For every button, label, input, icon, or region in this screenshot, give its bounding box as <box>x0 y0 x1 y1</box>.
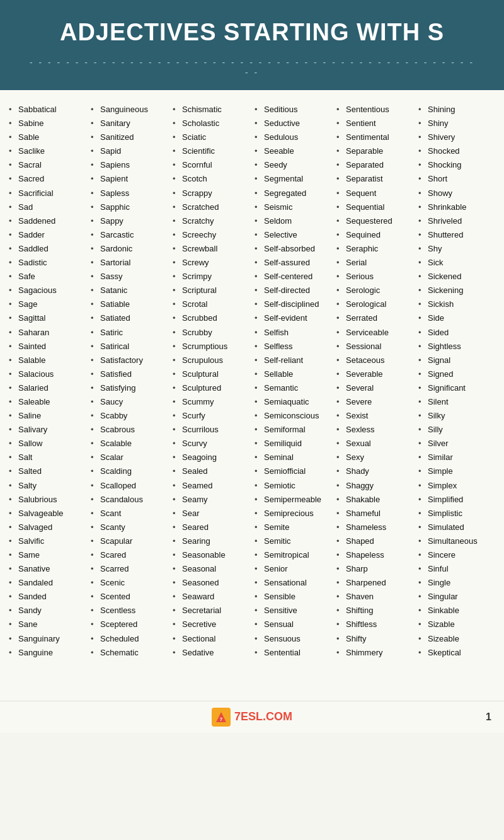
list-item: •Seagoing <box>173 451 249 464</box>
bullet-icon: • <box>9 464 15 478</box>
word-label: Sellable <box>264 367 293 381</box>
word-label: Shuttered <box>428 228 463 242</box>
word-label: Shimmery <box>346 646 383 660</box>
word-label: Scrubby <box>182 326 212 340</box>
list-item: •Seldom <box>255 214 331 228</box>
bullet-icon: • <box>336 618 343 631</box>
bullet-icon: • <box>418 187 425 200</box>
word-label: Serviceable <box>346 326 389 340</box>
word-label: Side <box>428 311 444 325</box>
word-label: Sapphic <box>100 200 130 214</box>
word-label: Satisfied <box>100 367 132 381</box>
bullet-icon: • <box>91 187 97 200</box>
list-item: •Sage <box>9 297 86 311</box>
column-col3: •Schismatic•Scholastic•Sciatic•Scientifi… <box>170 100 252 663</box>
list-item: •Sculptural <box>173 367 249 381</box>
word-label: Scant <box>100 507 121 521</box>
word-label: Separable <box>346 144 383 158</box>
word-label: Satirical <box>100 340 129 354</box>
list-item: •Screechy <box>173 228 249 242</box>
word-label: Scrappy <box>182 187 212 200</box>
word-label: Saleable <box>18 395 50 409</box>
word-label: Salacious <box>18 367 54 381</box>
list-item: •Sapient <box>91 172 168 186</box>
bullet-icon: • <box>173 562 179 576</box>
bullet-icon: • <box>9 158 15 172</box>
word-label: Shifty <box>346 632 367 646</box>
list-item: •Signed <box>418 367 495 381</box>
list-item: •Sabbatical <box>9 103 86 117</box>
word-label: Serological <box>346 297 386 311</box>
list-item: •Sapphic <box>91 200 168 214</box>
bullet-icon: • <box>9 103 15 117</box>
bullet-icon: • <box>173 340 179 354</box>
word-label: Satanic <box>100 284 127 297</box>
word-label: Self-disciplined <box>264 297 319 311</box>
word-label: Sequent <box>346 187 376 200</box>
bullet-icon: • <box>255 297 261 311</box>
word-label: Semiaquatic <box>264 395 309 409</box>
header-divider: - - - - - - - - - - - - - - - - - - - - … <box>25 57 479 78</box>
word-label: Sexless <box>346 423 375 437</box>
list-item: •Sick <box>418 256 495 270</box>
list-item: •Silent <box>418 395 495 409</box>
word-label: Salty <box>18 479 37 493</box>
list-item: •Scalable <box>91 437 168 451</box>
word-label: Scratched <box>182 200 219 214</box>
word-label: Sensuous <box>264 632 301 646</box>
word-label: Showy <box>428 187 452 200</box>
bullet-icon: • <box>91 576 97 590</box>
word-label: Seasonal <box>182 562 216 576</box>
word-label: Sexual <box>346 437 371 451</box>
word-label: Semitic <box>264 534 291 548</box>
word-label: Sickened <box>428 270 461 284</box>
bullet-icon: • <box>418 256 425 270</box>
list-item: •Sizable <box>418 618 495 631</box>
list-item: •Sacral <box>9 158 86 172</box>
bullet-icon: • <box>91 464 97 478</box>
word-label: Semiotic <box>264 479 295 493</box>
word-label: Scrupulous <box>182 354 223 367</box>
list-item: •Separatist <box>336 172 413 186</box>
list-item: •Sickened <box>418 270 495 284</box>
list-item: •Sententious <box>336 103 413 117</box>
content-area: •Sabbatical•Sabine•Sable•Saclike•Sacral•… <box>0 90 504 701</box>
list-item: •Serious <box>336 270 413 284</box>
word-label: Selfish <box>264 326 289 340</box>
bullet-icon: • <box>336 479 343 493</box>
bullet-icon: • <box>255 200 261 214</box>
bullet-icon: • <box>173 326 179 340</box>
word-label: Scurfy <box>182 409 205 423</box>
word-label: Same <box>18 548 40 562</box>
list-item: •Sexual <box>336 437 413 451</box>
bullet-icon: • <box>91 158 97 172</box>
word-label: Sabbatical <box>18 103 57 117</box>
bullet-icon: • <box>173 423 179 437</box>
word-label: Sided <box>428 326 449 340</box>
page-title: ADJECTIVES STARTING WITH S <box>25 19 479 46</box>
list-item: •Screwy <box>173 256 249 270</box>
bullet-icon: • <box>336 187 343 200</box>
list-item: •Scant <box>91 507 168 521</box>
list-item: •Serologic <box>336 284 413 297</box>
list-item: •Several <box>336 381 413 395</box>
bullet-icon: • <box>418 618 425 631</box>
word-label: Sainted <box>18 340 46 354</box>
bullet-icon: • <box>91 423 97 437</box>
bullet-icon: • <box>255 172 261 186</box>
logo-number: 7 <box>234 710 241 723</box>
bullet-icon: • <box>91 451 97 464</box>
column-col6: •Shining•Shiny•Shivery•Shocked•Shocking•… <box>416 100 498 663</box>
list-item: •Scrotal <box>173 297 249 311</box>
word-label: Scanty <box>100 521 125 534</box>
list-item: •Self-evident <box>255 311 331 325</box>
list-item: •Sadder <box>9 228 86 242</box>
list-item: •Safe <box>9 270 86 284</box>
word-label: Scummy <box>182 395 214 409</box>
list-item: •Sickish <box>418 297 495 311</box>
bullet-icon: • <box>418 103 425 117</box>
bullet-icon: • <box>418 367 425 381</box>
word-label: Sealed <box>182 464 207 478</box>
word-label: Seminal <box>264 451 294 464</box>
list-item: •Seasonable <box>173 548 249 562</box>
